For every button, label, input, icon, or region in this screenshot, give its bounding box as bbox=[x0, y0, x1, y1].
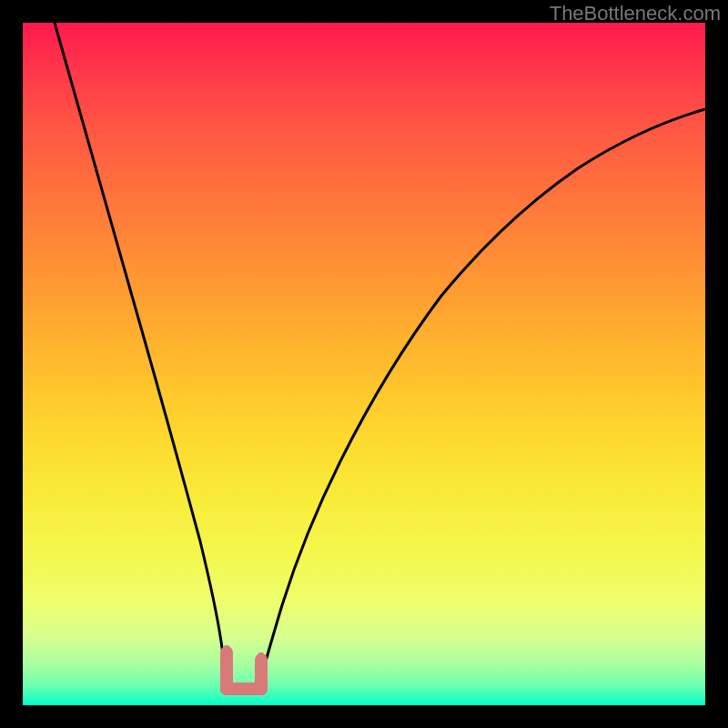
svg-point-3 bbox=[223, 645, 230, 652]
svg-point-4 bbox=[258, 652, 265, 660]
watermark-text: TheBottleneck.com bbox=[550, 2, 721, 25]
bottleneck-curve-right bbox=[259, 109, 705, 687]
plot-area bbox=[23, 23, 705, 705]
optimal-marker bbox=[223, 645, 265, 689]
bottleneck-curve-left bbox=[55, 23, 228, 687]
chart-frame: TheBottleneck.com bbox=[0, 0, 728, 728]
curve-layer bbox=[23, 23, 705, 705]
